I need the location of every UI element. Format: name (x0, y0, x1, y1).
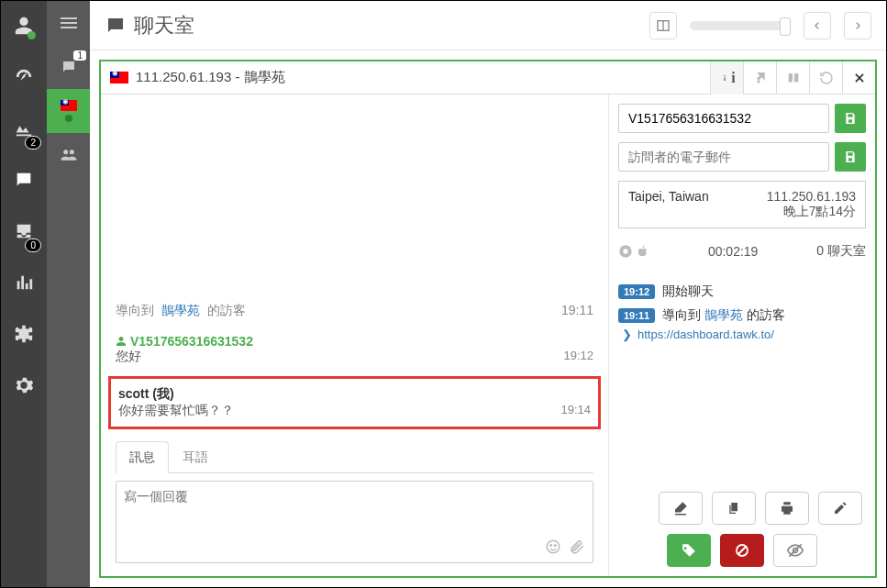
visitor-ip: 111.250.61.193 (767, 189, 856, 204)
event-text: 開始聊天 (662, 283, 714, 300)
page-title-text: 聊天室 (134, 12, 194, 39)
svg-point-7 (555, 545, 557, 547)
attach-button[interactable] (569, 538, 585, 555)
print-button[interactable] (765, 492, 809, 525)
site-link[interactable]: 鵲學苑 (704, 307, 743, 322)
chat-header: 111.250.61.193 - 鵲學苑 i (101, 61, 875, 94)
prev-button[interactable] (804, 12, 831, 39)
chat-count: 0 聊天室 (816, 243, 866, 260)
chat-session-tab[interactable] (47, 89, 90, 133)
visitor-email-input[interactable] (618, 142, 829, 172)
status-dot-icon (28, 31, 36, 39)
event-time: 19:12 (618, 284, 655, 299)
badge: 2 (25, 136, 41, 150)
nav-reports[interactable] (1, 265, 47, 300)
new-count: 1 (73, 50, 86, 61)
layout-toggle-button[interactable] (649, 12, 677, 39)
event-row: 19:12 開始聊天 (618, 280, 866, 304)
timestamp: 19:14 (560, 403, 591, 419)
main-area: 聊天室 111.250.61.193 - 鵲學苑 i (90, 1, 886, 587)
primary-nav: 2 0 (1, 1, 47, 587)
close-button[interactable] (842, 61, 875, 94)
nav-settings[interactable] (1, 368, 47, 403)
svg-line-11 (738, 547, 747, 555)
history-button[interactable] (809, 61, 842, 94)
timestamp: 19:11 (561, 303, 593, 319)
chat-list-nav: 1 (47, 1, 90, 587)
chrome-icon (618, 244, 633, 259)
page-title: 聊天室 (105, 12, 194, 39)
session-duration: 00:02:19 (660, 244, 805, 259)
copy-button[interactable] (712, 492, 756, 525)
chat-panel: 111.250.61.193 - 鵲學苑 i 導向到 鵲學苑 的訪客 (99, 60, 877, 578)
chat-left: 導向到 鵲學苑 的訪客 19:11 V1517656316631532 (101, 94, 609, 576)
visitor-info: Taipei, Taiwan 111.250.61.193 晚上7點14分 (618, 181, 866, 228)
event-log: 19:12 開始聊天 19:11 導向到 鵲學苑 的訪客 ❯ https://d… (618, 274, 866, 341)
chat-new-indicator[interactable]: 1 (47, 45, 90, 89)
details-panel: Taipei, Taiwan 111.250.61.193 晚上7點14分 00… (609, 94, 875, 576)
event-text: 導向到 鵲學苑 的訪客 (662, 307, 785, 324)
visitors-tab[interactable] (47, 133, 90, 177)
save-name-button[interactable] (835, 104, 866, 133)
menu-toggle[interactable] (47, 1, 90, 45)
apple-icon (637, 244, 649, 259)
online-dot-icon (65, 115, 72, 122)
nav-addons[interactable] (1, 316, 47, 351)
sender-visitor: V1517656316631532 (116, 334, 593, 349)
nav-profile[interactable] (1, 8, 47, 43)
ban-button[interactable] (720, 534, 764, 567)
system-message: 導向到 鵲學苑 的訪客 19:11 (116, 295, 593, 327)
shortcuts-button[interactable] (743, 61, 776, 94)
edit-button[interactable] (818, 492, 862, 525)
reply-input[interactable] (124, 489, 585, 538)
svg-point-5 (547, 540, 560, 553)
visibility-button[interactable] (773, 534, 817, 567)
tab-whisper[interactable]: 耳語 (169, 441, 222, 473)
referrer-link[interactable]: https://dashboard.tawk.to/ (638, 327, 774, 341)
next-button[interactable] (844, 12, 871, 39)
chat-title: 111.250.61.193 - 鵲學苑 (136, 69, 710, 86)
referrer-row: ❯ https://dashboard.tawk.to/ (618, 327, 866, 341)
emoji-button[interactable] (545, 538, 561, 555)
visitor-location: Taipei, Taiwan (628, 189, 767, 220)
action-row-2 (618, 534, 866, 567)
visitor-name-input[interactable] (618, 104, 829, 133)
agent-message: scott (我) 你好需要幫忙嗎？？ 19:14 (108, 376, 601, 429)
tab-message[interactable]: 訊息 (116, 441, 169, 473)
visitor-localtime: 晚上7點14分 (767, 204, 856, 220)
sender-agent: scott (我) (118, 386, 591, 403)
timestamp: 19:12 (563, 349, 593, 365)
message-list: 導向到 鵲學苑 的訪客 19:11 V1517656316631532 (101, 94, 608, 433)
nav-chat[interactable] (1, 162, 47, 197)
title-bar: 聊天室 (90, 1, 886, 50)
info-button[interactable]: i (710, 61, 743, 94)
nav-dashboard[interactable] (1, 60, 47, 94)
badge: 0 (25, 239, 41, 252)
nav-monitoring[interactable]: 2 (1, 111, 47, 146)
flag-tw-icon (61, 100, 77, 111)
message-text: 你好需要幫忙嗎？？ (118, 403, 560, 419)
tag-button[interactable] (667, 534, 711, 567)
svg-point-6 (550, 545, 552, 547)
user-icon (116, 336, 127, 347)
width-slider[interactable] (690, 21, 791, 30)
chevron-right-icon: ❯ (622, 327, 632, 341)
save-email-button[interactable] (835, 142, 866, 172)
event-time: 19:11 (618, 308, 655, 323)
nav-inbox[interactable]: 0 (1, 214, 47, 249)
kb-button[interactable] (776, 61, 809, 94)
action-row-1 (618, 492, 866, 525)
event-row: 19:11 導向到 鵲學苑 的訪客 (618, 304, 866, 327)
visitor-stats: 00:02:19 0 聊天室 (618, 238, 866, 265)
compose-tabs: 訊息 耳語 (116, 440, 593, 473)
chat-icon (105, 15, 127, 37)
visitor-message: V1517656316631532 您好 19:12 (116, 327, 593, 372)
flag-tw-icon (110, 72, 128, 83)
compose-box (116, 481, 593, 563)
site-link[interactable]: 鵲學苑 (161, 303, 200, 317)
erase-button[interactable] (659, 492, 703, 525)
message-text: 您好 (116, 349, 563, 365)
svg-point-9 (623, 249, 627, 253)
